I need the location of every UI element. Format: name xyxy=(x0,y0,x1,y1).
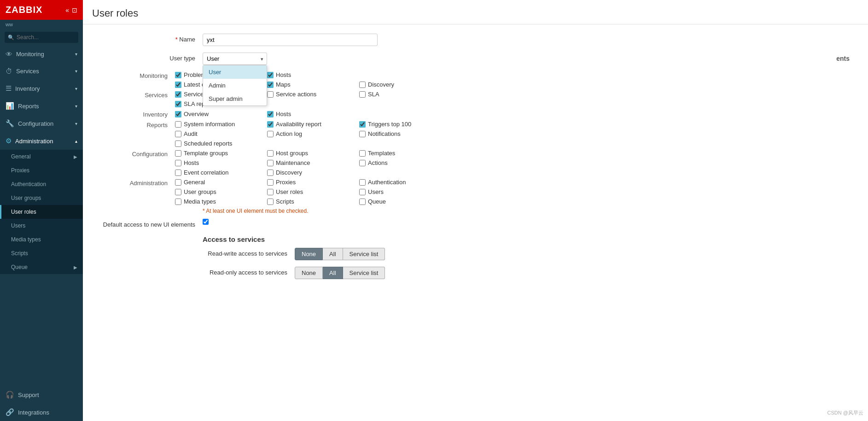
label-sla: SLA xyxy=(368,91,379,98)
sub-item-scripts[interactable]: Scripts xyxy=(0,246,83,260)
default-access-control xyxy=(203,219,850,226)
checkbox-template-groups[interactable] xyxy=(175,150,181,157)
checkbox-hosts-conf[interactable] xyxy=(175,160,181,166)
fullscreen-icon[interactable]: ⊡ xyxy=(72,6,77,14)
sub-item-queue[interactable]: Queue ▶ xyxy=(0,260,83,274)
integrations-label: Integrations xyxy=(18,409,49,416)
checkbox-maintenance[interactable] xyxy=(267,160,274,166)
check-host-groups: Host groups xyxy=(267,150,359,157)
read-only-none-btn[interactable]: None xyxy=(295,267,323,279)
checkbox-proxies-adm[interactable] xyxy=(267,179,274,186)
configuration-arrow: ▾ xyxy=(75,121,77,126)
check-hosts-inv: Hosts xyxy=(267,110,359,118)
read-write-service-list-btn[interactable]: Service list xyxy=(343,248,385,260)
checkbox-latest-data[interactable] xyxy=(175,82,181,88)
check-hosts-mon: Hosts xyxy=(267,71,359,78)
checkbox-audit[interactable] xyxy=(175,131,181,137)
checkbox-notifications[interactable] xyxy=(359,131,366,137)
label-system-info: System information xyxy=(184,121,235,128)
checkbox-sla-report[interactable] xyxy=(175,101,181,107)
dropdown-option-admin[interactable]: Admin xyxy=(203,79,267,92)
default-access-checkbox[interactable] xyxy=(203,219,209,225)
default-access-row: Default access to new UI elements xyxy=(101,219,850,228)
label-overview: Overview xyxy=(184,111,209,117)
checkbox-discovery-mon[interactable] xyxy=(359,82,366,88)
services-icon: ⏱ xyxy=(6,67,12,75)
checkbox-availability[interactable] xyxy=(267,121,274,128)
checkbox-discovery-conf[interactable] xyxy=(267,170,274,176)
sub-item-user-roles[interactable]: User roles xyxy=(0,205,83,219)
checkbox-action-log[interactable] xyxy=(267,131,274,137)
logo: ZABBIX xyxy=(6,5,42,15)
check-user-groups-adm: User groups xyxy=(175,188,267,195)
sub-item-authentication[interactable]: Authentication xyxy=(0,177,83,191)
dropdown-option-super-admin[interactable]: Super admin xyxy=(203,92,267,105)
sub-item-proxies[interactable]: Proxies xyxy=(0,164,83,177)
checkbox-templates[interactable] xyxy=(359,150,366,157)
checkbox-sla[interactable] xyxy=(359,91,366,98)
checkbox-services[interactable] xyxy=(175,91,181,98)
sidebar-item-services[interactable]: ⏱ Services ▾ xyxy=(0,63,83,80)
read-write-none-btn[interactable]: None xyxy=(295,248,323,260)
checkbox-queue-adm[interactable] xyxy=(359,199,366,205)
checkbox-scheduled-reports[interactable] xyxy=(175,140,181,147)
checkbox-user-roles-adm[interactable] xyxy=(267,189,274,195)
check-action-log: Action log xyxy=(267,130,359,137)
sidebar-item-support[interactable]: 🎧 Support xyxy=(0,386,83,403)
check-template-groups: Template groups xyxy=(175,150,267,157)
checkbox-triggers-top100[interactable] xyxy=(359,121,366,128)
inventory-perm-label: Inventory xyxy=(101,110,175,118)
read-only-service-list-btn[interactable]: Service list xyxy=(343,267,385,279)
check-general-adm: General xyxy=(175,179,267,186)
sidebar-item-monitoring[interactable]: 👁 Monitoring ▾ xyxy=(0,46,83,63)
read-write-all-btn[interactable]: All xyxy=(323,248,343,260)
label-action-log: Action log xyxy=(276,130,302,137)
inventory-label: Inventory xyxy=(15,85,40,92)
sidebar-item-configuration[interactable]: 🔧 Configuration ▾ xyxy=(0,115,83,132)
user-type-select[interactable]: User Admin Super admin xyxy=(203,53,267,65)
integrations-icon: 🔗 xyxy=(6,408,14,416)
checkbox-hosts-mon[interactable] xyxy=(267,72,274,78)
queue-arrow: ▶ xyxy=(74,265,77,270)
check-hosts-conf: Hosts xyxy=(175,159,267,166)
dropdown-option-user[interactable]: User xyxy=(203,65,267,79)
checkbox-maps[interactable] xyxy=(267,82,274,88)
checkbox-host-groups[interactable] xyxy=(267,150,274,157)
checkbox-hosts-inv[interactable] xyxy=(267,111,274,117)
label-discovery-mon: Discovery xyxy=(368,81,394,88)
checkbox-scripts-adm[interactable] xyxy=(267,199,274,205)
checkbox-event-correlation[interactable] xyxy=(175,170,181,176)
checkbox-authentication-adm[interactable] xyxy=(359,179,366,186)
sub-item-media-types[interactable]: Media types xyxy=(0,233,83,246)
checkbox-general-adm[interactable] xyxy=(175,179,181,186)
read-only-all-btn[interactable]: All xyxy=(323,267,343,279)
checkbox-media-types-adm[interactable] xyxy=(175,199,181,205)
label-users-adm: Users xyxy=(368,188,384,195)
sidebar-item-reports[interactable]: 📊 Reports ▾ xyxy=(0,97,83,115)
sidebar-item-inventory[interactable]: ☰ Inventory ▾ xyxy=(0,80,83,97)
label-user-groups-adm: User groups xyxy=(184,188,216,195)
sub-item-users[interactable]: Users xyxy=(0,219,83,233)
configuration-icon: 🔧 xyxy=(6,119,14,128)
check-audit: Audit xyxy=(175,130,267,137)
administration-checks: General Proxies Authentication User grou… xyxy=(175,179,451,205)
sidebar-item-administration[interactable]: ⚙ Administration ▴ xyxy=(0,132,83,150)
sidebar-item-integrations[interactable]: 🔗 Integrations xyxy=(0,403,83,421)
sub-item-user-groups[interactable]: User groups xyxy=(0,191,83,205)
inventory-arrow: ▾ xyxy=(75,86,77,91)
check-discovery-mon: Discovery xyxy=(359,81,451,88)
checkbox-overview[interactable] xyxy=(175,111,181,117)
collapse-icon[interactable]: « xyxy=(65,6,69,14)
dropdown-menu-popup: User Admin Super admin xyxy=(203,65,267,106)
check-users-adm: Users xyxy=(359,188,451,195)
read-only-btn-group: None All Service list xyxy=(295,267,850,279)
checkbox-actions[interactable] xyxy=(359,160,366,166)
checkbox-service-actions[interactable] xyxy=(267,91,274,98)
search-input[interactable] xyxy=(5,32,78,43)
sub-item-general[interactable]: General ▶ xyxy=(0,150,83,164)
name-input[interactable] xyxy=(203,34,378,46)
checkbox-system-info[interactable] xyxy=(175,121,181,128)
checkbox-user-groups-adm[interactable] xyxy=(175,189,181,195)
checkbox-problems[interactable] xyxy=(175,72,181,78)
checkbox-users-adm[interactable] xyxy=(359,189,366,195)
